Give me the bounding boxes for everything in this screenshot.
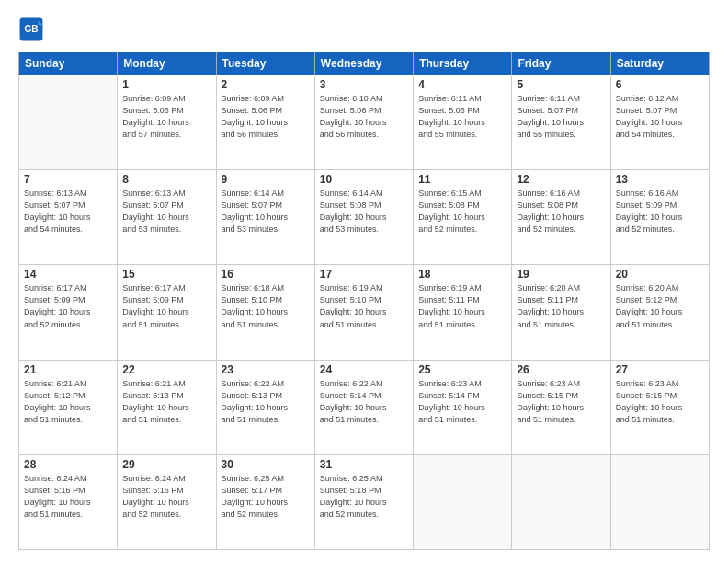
day-number: 23: [222, 363, 310, 376]
day-number: 6: [616, 78, 704, 91]
cell-info: Sunrise: 6:20 AM Sunset: 5:11 PM Dayligh…: [517, 282, 605, 330]
day-number: 14: [24, 268, 112, 281]
cell-info: Sunrise: 6:20 AM Sunset: 5:12 PM Dayligh…: [616, 282, 704, 330]
day-number: 12: [517, 173, 605, 186]
cell-info: Sunrise: 6:17 AM Sunset: 5:09 PM Dayligh…: [122, 282, 210, 330]
calendar-cell: 9Sunrise: 6:14 AM Sunset: 5:07 PM Daylig…: [216, 170, 314, 265]
day-number: 18: [418, 268, 506, 281]
cell-info: Sunrise: 6:24 AM Sunset: 5:16 PM Dayligh…: [24, 473, 112, 521]
calendar-cell: 12Sunrise: 6:16 AM Sunset: 5:08 PM Dayli…: [512, 170, 610, 265]
weekday-header-saturday: Saturday: [610, 52, 709, 75]
calendar-cell: 23Sunrise: 6:22 AM Sunset: 5:13 PM Dayli…: [216, 360, 314, 454]
cell-info: Sunrise: 6:24 AM Sunset: 5:16 PM Dayligh…: [122, 473, 210, 521]
cell-info: Sunrise: 6:19 AM Sunset: 5:10 PM Dayligh…: [320, 282, 408, 330]
day-number: 9: [222, 173, 310, 186]
day-number: 28: [24, 458, 112, 471]
day-number: 22: [122, 363, 210, 376]
day-number: 25: [418, 363, 506, 376]
weekday-header-wednesday: Wednesday: [314, 52, 413, 75]
calendar-cell: 15Sunrise: 6:17 AM Sunset: 5:09 PM Dayli…: [118, 265, 216, 360]
day-number: 16: [222, 268, 310, 281]
calendar-cell: 29Sunrise: 6:24 AM Sunset: 5:16 PM Dayli…: [118, 454, 216, 549]
cell-info: Sunrise: 6:25 AM Sunset: 5:18 PM Dayligh…: [320, 473, 408, 521]
calendar-cell: 4Sunrise: 6:11 AM Sunset: 5:06 PM Daylig…: [414, 75, 512, 170]
calendar-cell: 28Sunrise: 6:24 AM Sunset: 5:16 PM Dayli…: [19, 454, 118, 549]
day-number: 7: [24, 173, 112, 186]
cell-info: Sunrise: 6:11 AM Sunset: 5:06 PM Dayligh…: [418, 93, 506, 141]
cell-info: Sunrise: 6:25 AM Sunset: 5:17 PM Dayligh…: [222, 473, 310, 521]
weekday-header-row: SundayMondayTuesdayWednesdayThursdayFrid…: [19, 52, 710, 75]
day-number: 13: [616, 173, 704, 186]
calendar-table: SundayMondayTuesdayWednesdayThursdayFrid…: [18, 52, 710, 550]
cell-info: Sunrise: 6:15 AM Sunset: 5:08 PM Dayligh…: [418, 188, 506, 236]
weekday-header-thursday: Thursday: [414, 52, 512, 75]
cell-info: Sunrise: 6:17 AM Sunset: 5:09 PM Dayligh…: [24, 282, 112, 330]
calendar-cell: [512, 454, 610, 549]
calendar-cell: 30Sunrise: 6:25 AM Sunset: 5:17 PM Dayli…: [216, 454, 314, 549]
day-number: 2: [222, 78, 310, 91]
weekday-header-tuesday: Tuesday: [216, 52, 314, 75]
calendar-cell: 27Sunrise: 6:23 AM Sunset: 5:15 PM Dayli…: [610, 360, 709, 454]
svg-text:GB: GB: [24, 24, 38, 34]
day-number: 1: [122, 78, 210, 91]
calendar-cell: [610, 454, 709, 549]
week-row-2: 7Sunrise: 6:13 AM Sunset: 5:07 PM Daylig…: [19, 170, 710, 265]
cell-info: Sunrise: 6:21 AM Sunset: 5:12 PM Dayligh…: [24, 378, 112, 426]
cell-info: Sunrise: 6:14 AM Sunset: 5:08 PM Dayligh…: [320, 188, 408, 236]
day-number: 20: [616, 268, 704, 281]
day-number: 31: [320, 458, 408, 471]
calendar-cell: 17Sunrise: 6:19 AM Sunset: 5:10 PM Dayli…: [314, 265, 413, 360]
cell-info: Sunrise: 6:19 AM Sunset: 5:11 PM Dayligh…: [418, 282, 506, 330]
day-number: 10: [320, 173, 408, 186]
day-number: 17: [320, 268, 408, 281]
day-number: 21: [24, 363, 112, 376]
day-number: 19: [517, 268, 605, 281]
week-row-5: 28Sunrise: 6:24 AM Sunset: 5:16 PM Dayli…: [19, 454, 710, 549]
day-number: 8: [122, 173, 210, 186]
day-number: 3: [320, 78, 408, 91]
cell-info: Sunrise: 6:09 AM Sunset: 5:06 PM Dayligh…: [222, 93, 310, 141]
calendar-cell: 1Sunrise: 6:09 AM Sunset: 5:06 PM Daylig…: [118, 75, 216, 170]
calendar-cell: 8Sunrise: 6:13 AM Sunset: 5:07 PM Daylig…: [118, 170, 216, 265]
cell-info: Sunrise: 6:09 AM Sunset: 5:06 PM Dayligh…: [122, 93, 210, 141]
calendar-cell: 18Sunrise: 6:19 AM Sunset: 5:11 PM Dayli…: [414, 265, 512, 360]
calendar-cell: 14Sunrise: 6:17 AM Sunset: 5:09 PM Dayli…: [19, 265, 118, 360]
calendar-cell: 13Sunrise: 6:16 AM Sunset: 5:09 PM Dayli…: [610, 170, 709, 265]
day-number: 27: [616, 363, 704, 376]
weekday-header-friday: Friday: [512, 52, 610, 75]
calendar-cell: 26Sunrise: 6:23 AM Sunset: 5:15 PM Dayli…: [512, 360, 610, 454]
calendar-cell: [414, 454, 512, 549]
calendar-cell: 11Sunrise: 6:15 AM Sunset: 5:08 PM Dayli…: [414, 170, 512, 265]
cell-info: Sunrise: 6:13 AM Sunset: 5:07 PM Dayligh…: [24, 188, 112, 236]
day-number: 4: [418, 78, 506, 91]
week-row-1: 1Sunrise: 6:09 AM Sunset: 5:06 PM Daylig…: [19, 75, 710, 170]
calendar-cell: 24Sunrise: 6:22 AM Sunset: 5:14 PM Dayli…: [314, 360, 413, 454]
calendar-page: GB SundayMondayTuesdayWednesdayThursdayF…: [0, 0, 728, 563]
cell-info: Sunrise: 6:18 AM Sunset: 5:10 PM Dayligh…: [222, 282, 310, 330]
week-row-4: 21Sunrise: 6:21 AM Sunset: 5:12 PM Dayli…: [19, 360, 710, 454]
logo: GB: [18, 17, 48, 42]
cell-info: Sunrise: 6:14 AM Sunset: 5:07 PM Dayligh…: [222, 188, 310, 236]
calendar-cell: 10Sunrise: 6:14 AM Sunset: 5:08 PM Dayli…: [314, 170, 413, 265]
cell-info: Sunrise: 6:11 AM Sunset: 5:07 PM Dayligh…: [517, 93, 605, 141]
calendar-cell: 21Sunrise: 6:21 AM Sunset: 5:12 PM Dayli…: [19, 360, 118, 454]
weekday-header-sunday: Sunday: [19, 52, 118, 75]
weekday-header-monday: Monday: [118, 52, 216, 75]
cell-info: Sunrise: 6:16 AM Sunset: 5:08 PM Dayligh…: [517, 188, 605, 236]
calendar-cell: 16Sunrise: 6:18 AM Sunset: 5:10 PM Dayli…: [216, 265, 314, 360]
day-number: 5: [517, 78, 605, 91]
cell-info: Sunrise: 6:23 AM Sunset: 5:15 PM Dayligh…: [616, 378, 704, 426]
calendar-cell: 20Sunrise: 6:20 AM Sunset: 5:12 PM Dayli…: [610, 265, 709, 360]
logo-icon: GB: [18, 17, 44, 42]
cell-info: Sunrise: 6:13 AM Sunset: 5:07 PM Dayligh…: [122, 188, 210, 236]
calendar-cell: 25Sunrise: 6:23 AM Sunset: 5:14 PM Dayli…: [414, 360, 512, 454]
day-number: 24: [320, 363, 408, 376]
day-number: 30: [222, 458, 310, 471]
cell-info: Sunrise: 6:10 AM Sunset: 5:06 PM Dayligh…: [320, 93, 408, 141]
calendar-cell: 19Sunrise: 6:20 AM Sunset: 5:11 PM Dayli…: [512, 265, 610, 360]
cell-info: Sunrise: 6:23 AM Sunset: 5:15 PM Dayligh…: [517, 378, 605, 426]
calendar-cell: 31Sunrise: 6:25 AM Sunset: 5:18 PM Dayli…: [314, 454, 413, 549]
cell-info: Sunrise: 6:12 AM Sunset: 5:07 PM Dayligh…: [616, 93, 704, 141]
week-row-3: 14Sunrise: 6:17 AM Sunset: 5:09 PM Dayli…: [19, 265, 710, 360]
calendar-cell: 2Sunrise: 6:09 AM Sunset: 5:06 PM Daylig…: [216, 75, 314, 170]
